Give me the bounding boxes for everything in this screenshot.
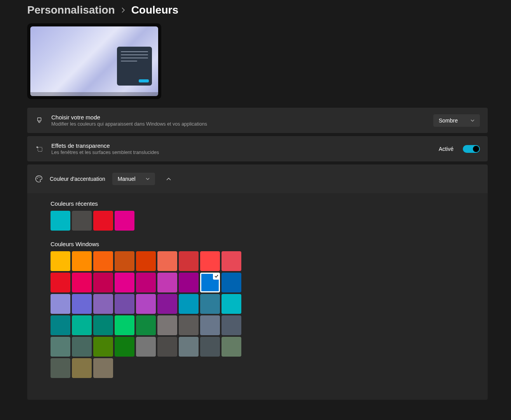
color-swatch[interactable] xyxy=(221,251,241,271)
color-swatch[interactable] xyxy=(157,315,177,335)
color-swatch[interactable] xyxy=(157,251,177,271)
color-swatch[interactable] xyxy=(179,273,199,292)
recent-colors-grid xyxy=(51,211,245,231)
choose-mode-value: Sombre xyxy=(439,117,458,124)
transparency-toggle[interactable] xyxy=(463,145,480,153)
windows-colors-grid xyxy=(51,251,245,378)
palette-icon xyxy=(35,175,43,183)
color-swatch[interactable] xyxy=(72,273,92,292)
svg-rect-1 xyxy=(38,147,42,151)
color-swatch[interactable] xyxy=(51,337,70,357)
color-swatch[interactable] xyxy=(157,294,177,314)
choose-mode-subtitle: Modifier les couleurs qui apparaissent d… xyxy=(51,121,426,127)
color-swatch[interactable] xyxy=(179,315,199,335)
color-swatch[interactable] xyxy=(72,251,92,271)
transparency-row: Effets de transparence Les fenêtres et l… xyxy=(27,136,488,161)
choose-mode-dropdown[interactable]: Sombre xyxy=(433,114,480,127)
color-swatch[interactable] xyxy=(72,337,92,357)
chevron-up-icon xyxy=(166,177,171,180)
color-swatch[interactable] xyxy=(200,251,220,271)
collapse-button[interactable] xyxy=(162,172,175,186)
color-swatch[interactable] xyxy=(51,211,70,231)
color-swatch[interactable] xyxy=(93,211,113,231)
color-swatch[interactable] xyxy=(72,294,92,314)
windows-colors-label: Couleurs Windows xyxy=(51,241,464,247)
color-swatch[interactable] xyxy=(115,294,134,314)
color-swatch[interactable] xyxy=(221,337,241,357)
color-swatch[interactable] xyxy=(200,337,220,357)
color-swatch[interactable] xyxy=(115,211,134,231)
color-swatch[interactable] xyxy=(136,294,156,314)
color-swatch[interactable] xyxy=(179,251,199,271)
breadcrumb-parent[interactable]: Personnalisation xyxy=(27,4,115,16)
color-swatch[interactable] xyxy=(200,294,220,314)
breadcrumb: Personnalisation Couleurs xyxy=(27,4,488,16)
accent-color-value: Manuel xyxy=(118,176,136,182)
color-swatch[interactable] xyxy=(51,251,70,271)
chevron-right-icon xyxy=(121,7,125,13)
transparency-title: Effets de transparence xyxy=(51,142,432,149)
color-swatch[interactable] xyxy=(51,273,70,292)
color-swatch[interactable] xyxy=(72,211,92,231)
color-swatch[interactable] xyxy=(221,315,241,335)
transparency-state-label: Activé xyxy=(439,146,453,152)
sparkle-icon xyxy=(35,145,44,153)
svg-point-3 xyxy=(38,177,38,177)
color-swatch[interactable] xyxy=(51,315,70,335)
color-swatch[interactable] xyxy=(72,358,92,378)
color-swatch[interactable] xyxy=(200,273,220,292)
breadcrumb-current: Couleurs xyxy=(131,4,178,16)
chevron-down-icon xyxy=(146,178,150,180)
color-swatch[interactable] xyxy=(136,273,156,292)
color-swatch[interactable] xyxy=(157,337,177,357)
accent-color-dropdown[interactable]: Manuel xyxy=(112,173,155,185)
color-swatch[interactable] xyxy=(200,315,220,335)
color-swatch[interactable] xyxy=(93,273,113,292)
color-swatch[interactable] xyxy=(221,294,241,314)
color-swatch[interactable] xyxy=(93,358,113,378)
color-swatch[interactable] xyxy=(179,337,199,357)
color-swatch[interactable] xyxy=(157,273,177,292)
svg-point-4 xyxy=(40,177,40,178)
color-swatch[interactable] xyxy=(93,294,113,314)
color-swatch[interactable] xyxy=(115,273,134,292)
color-swatch[interactable] xyxy=(93,315,113,335)
theme-preview xyxy=(27,23,161,99)
chevron-down-icon xyxy=(471,119,474,122)
color-swatch[interactable] xyxy=(51,358,70,378)
color-swatch[interactable] xyxy=(136,251,156,271)
accent-color-title: Couleur d'accentuation xyxy=(50,176,105,182)
color-swatch[interactable] xyxy=(221,273,241,292)
accent-color-row: Couleur d'accentuation Manuel xyxy=(27,164,488,193)
color-swatch[interactable] xyxy=(136,315,156,335)
color-swatch[interactable] xyxy=(115,315,134,335)
color-swatch[interactable] xyxy=(51,294,70,314)
color-swatch[interactable] xyxy=(179,294,199,314)
svg-rect-0 xyxy=(38,117,41,121)
svg-point-2 xyxy=(37,178,38,179)
choose-mode-row: Choisir votre mode Modifier les couleurs… xyxy=(27,108,488,133)
transparency-subtitle: Les fenêtres et les surfaces semblent tr… xyxy=(51,150,432,155)
color-swatch[interactable] xyxy=(115,251,134,271)
color-swatch[interactable] xyxy=(72,315,92,335)
brush-icon xyxy=(35,117,44,124)
accent-color-body: Couleurs récentes Couleurs Windows xyxy=(27,193,488,400)
color-swatch[interactable] xyxy=(115,337,134,357)
choose-mode-title: Choisir votre mode xyxy=(51,114,426,121)
color-swatch[interactable] xyxy=(136,337,156,357)
color-swatch[interactable] xyxy=(93,337,113,357)
check-icon xyxy=(213,273,220,280)
color-swatch[interactable] xyxy=(93,251,113,271)
recent-colors-label: Couleurs récentes xyxy=(51,200,464,207)
